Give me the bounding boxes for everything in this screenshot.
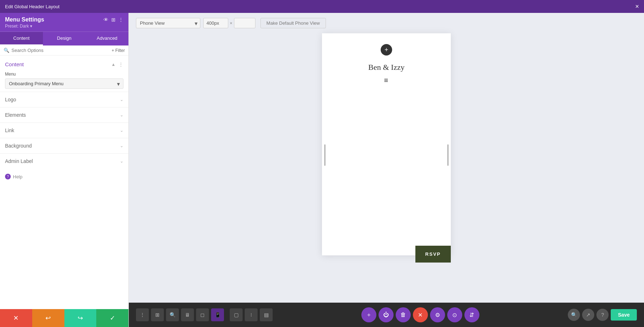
background-label: Background: [5, 143, 32, 149]
layout-icon[interactable]: ⊞: [111, 17, 116, 23]
logo-chevron-icon: ⌄: [120, 97, 123, 102]
tablet-view-button[interactable]: ◻: [196, 308, 209, 321]
undo-button[interactable]: ↩: [32, 309, 64, 327]
section-header-icons: ▲ ⋮: [111, 62, 123, 67]
main-area: Phone View Desktop View Tablet View × Ma…: [129, 13, 644, 327]
share-right-button[interactable]: ↗: [582, 309, 594, 321]
menu-field-label: Menu: [5, 72, 123, 77]
titlebar: Edit Global Header Layout ×: [0, 0, 644, 13]
link-chevron-icon: ⌄: [120, 128, 123, 133]
help-label: Help: [13, 174, 23, 179]
elements-label: Elements: [5, 112, 26, 118]
filter-button[interactable]: + Filter: [112, 48, 125, 53]
search-input[interactable]: [11, 48, 109, 53]
elements-chevron-icon: ⌄: [120, 112, 123, 117]
content-section-title: Content: [5, 61, 24, 67]
admin-label-chevron-icon: ⌄: [120, 159, 123, 164]
panel-settings-title: Menu Settings: [5, 16, 44, 23]
dots-menu-button[interactable]: ⋮: [136, 308, 149, 321]
rsvp-button[interactable]: RSVP: [415, 246, 451, 263]
phone-view-button[interactable]: 📱: [211, 308, 224, 321]
left-toolbar-group: ⋮ ⊞ 🔍 🖥 ◻ 📱: [136, 308, 224, 321]
center-action-group: ＋ ⏻ 🗑 ✕ ⚙ ⊙ ⇵: [361, 307, 479, 322]
hamburger-icon: ≡: [329, 76, 444, 85]
brand-name: Ben & Izzy: [329, 63, 444, 72]
tab-advanced[interactable]: Advanced: [86, 32, 128, 45]
table-button[interactable]: ▤: [260, 308, 273, 321]
px-x-label: ×: [230, 20, 233, 26]
tab-design[interactable]: Design: [43, 32, 86, 45]
make-default-button[interactable]: Make Default Phone View: [260, 18, 326, 28]
scroll-indicator-right: [447, 144, 449, 166]
add-element-button[interactable]: +: [381, 44, 392, 56]
help-row[interactable]: ? Help: [0, 169, 128, 184]
redo-button[interactable]: ↪: [64, 309, 97, 327]
logo-label: Logo: [5, 97, 16, 102]
right-toolbar-group: 🔍 ↗ ? Save: [568, 309, 637, 321]
settings-circle-button[interactable]: ⚙: [430, 307, 445, 322]
accordion-elements[interactable]: Elements ⌄: [0, 107, 128, 122]
content-section-header[interactable]: Content ▲ ⋮: [0, 59, 128, 69]
menu-field-group: Menu Onboarding Primary Menu: [0, 69, 128, 92]
adjust-circle-button[interactable]: ⇵: [464, 307, 479, 322]
eye-icon[interactable]: 👁: [103, 17, 108, 23]
close-icon[interactable]: ×: [635, 3, 639, 10]
background-chevron-icon: ⌄: [120, 143, 123, 148]
confirm-button[interactable]: ✓: [96, 309, 128, 327]
search-bar: 🔍 + Filter: [0, 45, 128, 56]
dots-icon[interactable]: ⋮: [118, 17, 123, 23]
px-input-group: ×: [203, 18, 255, 28]
menu-select[interactable]: Onboarding Primary Menu: [5, 78, 123, 89]
scroll-indicator-left: [324, 144, 326, 166]
titlebar-title: Edit Global Header Layout: [5, 4, 59, 9]
save-button[interactable]: Save: [611, 309, 637, 321]
grid-view-button[interactable]: ⊞: [151, 308, 164, 321]
desktop-view-button[interactable]: 🖥: [181, 308, 194, 321]
power-circle-button[interactable]: ⏻: [379, 307, 394, 322]
delete-circle-button[interactable]: 🗑: [396, 307, 411, 322]
bottom-toolbar: ⋮ ⊞ 🔍 🖥 ◻ 📱 ▢ ⁝ ▤ ＋ ⏻ 🗑 ✕ ⚙ ⊙ ⇵ 🔍 ↗ ? Sa…: [129, 303, 644, 327]
search-icon: 🔍: [4, 48, 9, 53]
preview-canvas: + Ben & Izzy ≡ RSVP: [322, 33, 451, 255]
center-left-toolbar-group: ▢ ⁝ ▤: [230, 308, 273, 321]
view-select-wrapper: Phone View Desktop View Tablet View: [136, 18, 200, 28]
view-toolbar: Phone View Desktop View Tablet View × Ma…: [129, 13, 644, 33]
link-label: Link: [5, 128, 14, 133]
cancel-button[interactable]: ✕: [0, 309, 32, 327]
panel-body: Content ▲ ⋮ Menu Onboarding Primary Menu…: [0, 56, 128, 309]
grid-dots-button[interactable]: ⁝: [245, 308, 258, 321]
tabs: Content Design Advanced: [0, 32, 128, 45]
header-icons: 👁 ⊞ ⋮: [103, 17, 123, 23]
header-preview: + Ben & Izzy ≡: [322, 33, 451, 92]
section-dots-icon[interactable]: ⋮: [118, 62, 123, 67]
help-right-button[interactable]: ?: [596, 309, 609, 321]
menu-select-wrapper: Onboarding Primary Menu: [5, 78, 123, 89]
dotted-box-button[interactable]: ▢: [230, 308, 243, 321]
search-view-button[interactable]: 🔍: [166, 308, 179, 321]
height-input[interactable]: [234, 18, 255, 28]
panel-header: Menu Settings 👁 ⊞ ⋮ Preset: Dark ▾: [0, 13, 128, 32]
panel-bottom: ✕ ↩ ↪ ✓: [0, 309, 128, 327]
close-circle-button[interactable]: ✕: [413, 307, 428, 322]
accordion-logo[interactable]: Logo ⌄: [0, 92, 128, 107]
add-circle-button[interactable]: ＋: [361, 307, 376, 322]
collapse-icon[interactable]: ▲: [111, 62, 116, 67]
admin-label-label: Admin Label: [5, 158, 33, 164]
accordion-link[interactable]: Link ⌄: [0, 122, 128, 138]
preset-label[interactable]: Preset: Dark ▾: [5, 24, 32, 29]
width-input[interactable]: [203, 18, 228, 28]
tab-content[interactable]: Content: [0, 32, 43, 45]
time-circle-button[interactable]: ⊙: [447, 307, 462, 322]
accordion-admin-label[interactable]: Admin Label ⌄: [0, 153, 128, 169]
search-right-button[interactable]: 🔍: [568, 309, 580, 321]
help-circle-icon: ?: [5, 174, 11, 179]
view-select[interactable]: Phone View Desktop View Tablet View: [136, 18, 200, 28]
accordion-background[interactable]: Background ⌄: [0, 138, 128, 153]
left-panel: Menu Settings 👁 ⊞ ⋮ Preset: Dark ▾ Conte…: [0, 13, 129, 327]
